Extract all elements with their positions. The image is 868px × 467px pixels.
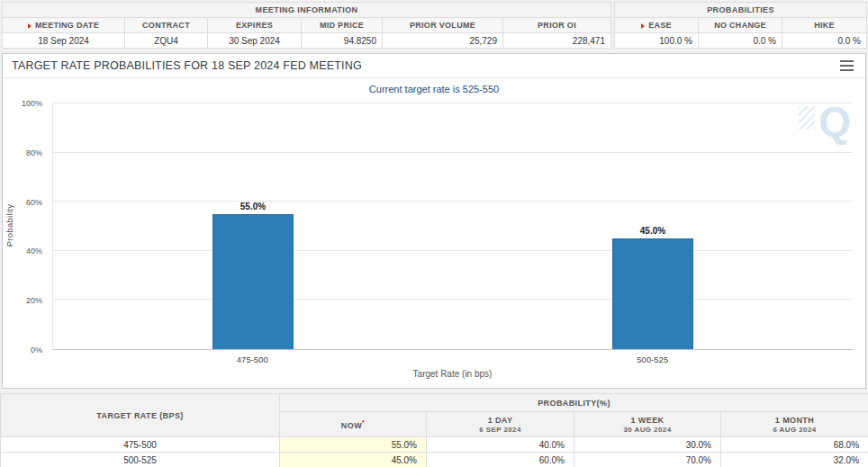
probability-history-table: TARGET RATE (BPS) PROBABILITY(%) NOW* 1 … — [0, 393, 868, 467]
meeting-info-title-text: MEETING INFORMATION — [256, 5, 358, 14]
col-header-label: HIKE — [814, 21, 835, 30]
bar-475-500[interactable]: 55.0% — [212, 214, 294, 349]
col-header-ease[interactable]: EASE — [615, 18, 699, 33]
col-header-label: 1 DAY — [488, 416, 513, 425]
x-axis-ticks: 475-500500-525 — [52, 355, 853, 365]
col-header-label: EASE — [648, 21, 672, 30]
col-header-1day[interactable]: 1 DAY 6 SEP 2024 — [427, 412, 574, 437]
col-header-contract[interactable]: CONTRACT — [125, 18, 208, 33]
y-tick-label: 80% — [3, 148, 42, 157]
col-header-date: 30 AUG 2024 — [574, 426, 720, 434]
col-header-label: MID PRICE — [320, 21, 364, 30]
col-header-label: EXPIRES — [236, 21, 273, 30]
x-axis-label: Target Rate (in bps) — [52, 369, 853, 379]
hike-value: 0.0 % — [782, 33, 867, 49]
fedwatch-page: { "meeting_info": { "title": "MEETING IN… — [0, 0, 868, 467]
chart-panel: TARGET RATE PROBABILITIES FOR 18 SEP 202… — [2, 53, 866, 389]
week-prob-cell: 70.0% — [574, 453, 721, 467]
col-header-expires[interactable]: EXPIRES — [208, 18, 302, 33]
col-header-label: PRIOR VOLUME — [410, 21, 475, 30]
prior-volume-value: 25,729 — [383, 33, 503, 49]
col-header-prior-volume[interactable]: PRIOR VOLUME — [383, 18, 503, 33]
x-tick-label: 475-500 — [212, 355, 293, 364]
target-rate-cell: 500-525 — [1, 453, 280, 467]
bar-value-label: 55.0% — [213, 202, 293, 211]
quikstrike-watermark-icon: Q — [818, 97, 851, 146]
y-tick-label: 60% — [3, 198, 42, 207]
gridline — [53, 103, 853, 103]
day-prob-cell: 40.0% — [427, 437, 574, 453]
col-header-mid-price[interactable]: MID PRICE — [302, 18, 383, 33]
meeting-info-title: MEETING INFORMATION — [3, 3, 611, 18]
col-header-meeting-date[interactable]: MEETING DATE — [3, 18, 125, 33]
probabilities-title-text: PROBABILITIES — [707, 5, 774, 14]
gridline — [53, 299, 853, 300]
target-rate-header[interactable]: TARGET RATE (BPS) — [1, 394, 280, 437]
now-prob-cell: 55.0% — [280, 437, 427, 453]
table-row: 475-500 55.0% 40.0% 30.0% 68.0% — [1, 437, 868, 453]
col-header-prior-oi[interactable]: PRIOR OI — [503, 18, 611, 33]
mid-price-value: 94.8250 — [302, 33, 383, 49]
chart-menu-icon[interactable] — [837, 58, 856, 74]
col-header-label: MEETING DATE — [35, 21, 99, 30]
col-header-label: CONTRACT — [142, 21, 190, 30]
y-tick-label: 20% — [3, 296, 42, 305]
col-header-hike[interactable]: HIKE — [782, 18, 867, 33]
sort-icon — [28, 23, 32, 29]
chart-title-bar: TARGET RATE PROBABILITIES FOR 18 SEP 202… — [3, 54, 865, 78]
probabilities-title: PROBABILITIES — [615, 3, 867, 18]
gridline — [53, 201, 853, 202]
col-header-1month[interactable]: 1 MONTH 6 AUG 2024 — [721, 412, 868, 437]
col-header-no-change[interactable]: NO CHANGE — [699, 18, 782, 33]
contract-value: ZQU4 — [125, 33, 208, 49]
expires-value: 30 Sep 2024 — [208, 33, 302, 49]
plot-area: 55.0%45.0% — [52, 103, 853, 350]
probabilities-table: PROBABILITIES EASE NO CHANGE HIKE 100.0 … — [614, 2, 867, 49]
y-tick-label: 100% — [3, 99, 42, 108]
chart-title: TARGET RATE PROBABILITIES FOR 18 SEP 202… — [12, 59, 362, 72]
now-note: * — [362, 419, 365, 426]
table-row: 500-525 45.0% 60.0% 70.0% 32.0% — [1, 453, 868, 467]
day-prob-cell: 60.0% — [427, 453, 574, 467]
chart-subtitle: Current target rate is 525-550 — [3, 84, 865, 94]
col-header-label: NOW — [341, 421, 362, 430]
meeting-date-value: 18 Sep 2024 — [3, 33, 125, 49]
col-header-now[interactable]: NOW* — [280, 412, 427, 437]
probability-group-label: PROBABILITY(%) — [538, 399, 610, 408]
gridline — [53, 152, 853, 153]
col-header-label: NO CHANGE — [714, 21, 766, 30]
bar-value-label: 45.0% — [613, 226, 692, 236]
now-prob-cell: 45.0% — [280, 453, 427, 467]
col-header-date: 6 AUG 2024 — [721, 426, 868, 434]
y-tick-label: 40% — [3, 247, 42, 256]
probability-group-header: PROBABILITY(%) — [280, 394, 868, 412]
sort-icon — [641, 23, 645, 29]
week-prob-cell: 30.0% — [574, 437, 721, 453]
col-header-label: 1 WEEK — [631, 416, 665, 425]
meeting-info-table: MEETING INFORMATION MEETING DATE CONTRAC… — [2, 2, 611, 49]
col-header-label: PRIOR OI — [538, 21, 576, 30]
target-rate-cell: 475-500 — [1, 437, 280, 453]
col-header-label: 1 MONTH — [775, 416, 814, 425]
ease-value: 100.0 % — [615, 33, 699, 49]
gridline — [53, 250, 853, 251]
x-tick-label: 500-525 — [612, 355, 693, 364]
y-axis-ticks: 0%20%40%60%80%100% — [3, 103, 48, 350]
y-tick-label: 0% — [3, 346, 42, 355]
col-header-1week[interactable]: 1 WEEK 30 AUG 2024 — [574, 412, 721, 437]
month-prob-cell: 32.0% — [721, 453, 868, 467]
bar-500-525[interactable]: 45.0% — [612, 238, 693, 349]
col-header-date: 6 SEP 2024 — [427, 426, 574, 434]
month-prob-cell: 68.0% — [721, 437, 868, 453]
prior-oi-value: 228,471 — [503, 33, 611, 49]
no-change-value: 0.0 % — [699, 33, 782, 49]
target-rate-header-label: TARGET RATE (BPS) — [96, 411, 183, 420]
